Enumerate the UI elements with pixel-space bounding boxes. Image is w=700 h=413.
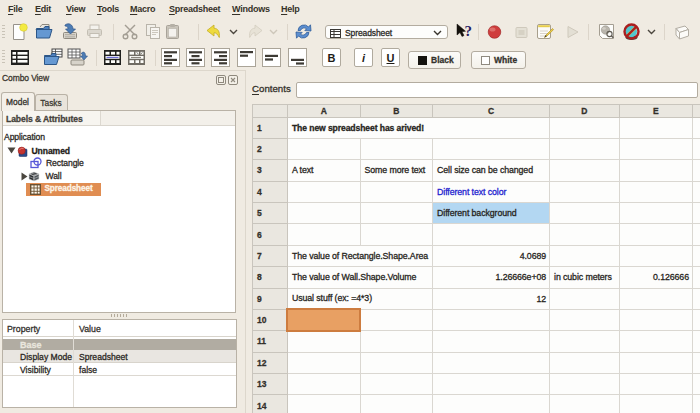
svg-text:?: ? <box>465 23 473 39</box>
